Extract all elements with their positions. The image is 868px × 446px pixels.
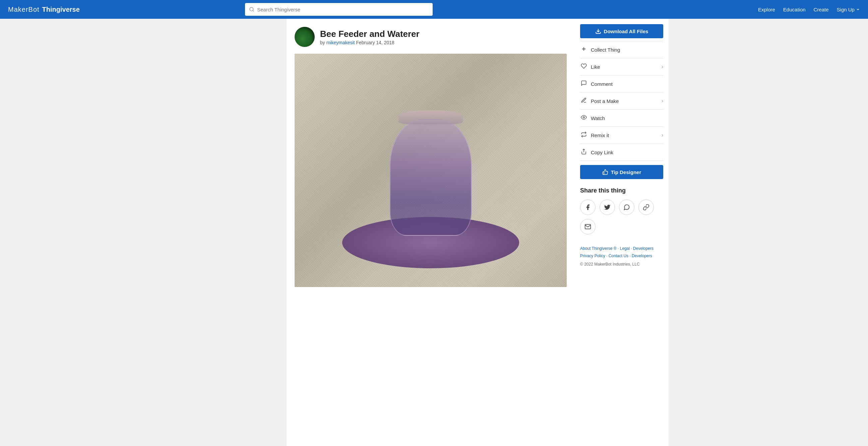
- watch-action[interactable]: Watch: [580, 110, 663, 127]
- remix-icon: [580, 131, 588, 139]
- copy-link-icon: [580, 149, 588, 156]
- header-nav: Explore Education Create Sign Up: [758, 7, 860, 12]
- jar-top: [399, 110, 463, 124]
- footer-about-link[interactable]: About Thingiverse ®: [580, 246, 617, 251]
- logo-thingiverse: Thingiverse: [42, 6, 80, 13]
- nav-create[interactable]: Create: [814, 7, 829, 12]
- like-label: Like: [591, 64, 658, 70]
- download-icon: [595, 28, 601, 34]
- post-make-icon: [580, 97, 588, 105]
- share-email-button[interactable]: [580, 219, 595, 234]
- facebook-icon: [585, 204, 591, 211]
- share-link-button[interactable]: [639, 200, 654, 215]
- svg-line-1: [253, 10, 254, 11]
- share-section: Share this thing: [580, 187, 663, 234]
- svg-point-5: [583, 117, 585, 118]
- logo-makerbot: MakerBot: [8, 6, 39, 13]
- nav-signup[interactable]: Sign Up: [837, 7, 860, 12]
- remix-label: Remix it: [591, 132, 658, 138]
- whatsapp-icon: [623, 204, 630, 211]
- watch-label: Watch: [591, 115, 663, 121]
- like-arrow: ›: [661, 64, 663, 70]
- search-icon: [249, 7, 254, 12]
- right-sidebar: Download All Files Collect Thing Like: [575, 19, 669, 446]
- footer-copyright: © 2022 MakerBot Industries, LLC: [580, 261, 663, 268]
- header: MakerBot Thingiverse Explore Education C…: [0, 0, 868, 19]
- footer-privacy-link[interactable]: Privacy Policy: [580, 254, 605, 258]
- footer-contact-link[interactable]: Contact Us: [609, 254, 628, 258]
- thing-header: Bee Feeder and Waterer by mikeymakesit F…: [294, 27, 567, 47]
- tip-designer-button[interactable]: Tip Designer: [580, 165, 663, 179]
- share-title: Share this thing: [580, 187, 663, 194]
- copy-link-action[interactable]: Copy Link: [580, 144, 663, 161]
- avatar: [294, 27, 315, 47]
- comment-action[interactable]: Comment: [580, 76, 663, 93]
- logo[interactable]: MakerBot Thingiverse: [8, 6, 80, 13]
- copy-link-label: Copy Link: [591, 150, 663, 155]
- eye-icon: [580, 114, 588, 122]
- thing-image: [294, 54, 567, 287]
- share-whatsapp-button[interactable]: [619, 200, 634, 215]
- like-action[interactable]: Like ›: [580, 58, 663, 76]
- collect-thing-action[interactable]: Collect Thing: [580, 41, 663, 58]
- jar: [390, 119, 471, 236]
- post-make-action[interactable]: Post a Make ›: [580, 93, 663, 110]
- chevron-down-icon: [856, 7, 860, 11]
- footer-links: About Thingiverse ® · Legal · Developers…: [580, 245, 663, 268]
- thing-photo: [294, 54, 567, 287]
- tip-icon: [602, 169, 608, 175]
- collect-thing-label: Collect Thing: [591, 47, 663, 53]
- comment-icon: [580, 80, 588, 88]
- action-list: Collect Thing Like › Comment: [580, 41, 663, 161]
- svg-point-0: [250, 7, 253, 11]
- thing-title-block: Bee Feeder and Waterer by mikeymakesit F…: [320, 29, 420, 45]
- plus-icon: [580, 46, 588, 53]
- share-icons: [580, 200, 663, 234]
- link-icon: [643, 204, 650, 211]
- post-make-label: Post a Make: [591, 98, 658, 104]
- left-spacer: [199, 19, 286, 446]
- remix-arrow: ›: [661, 132, 663, 138]
- main-content: Bee Feeder and Waterer by mikeymakesit F…: [286, 19, 575, 446]
- footer-developers-link[interactable]: Developers: [633, 246, 653, 251]
- share-facebook-button[interactable]: [580, 200, 595, 215]
- search-bar: [245, 3, 433, 16]
- search-input[interactable]: [257, 7, 429, 12]
- twitter-icon: [604, 204, 611, 211]
- heart-icon: [580, 63, 588, 70]
- thing-title: Bee Feeder and Waterer: [320, 29, 420, 39]
- nav-education[interactable]: Education: [783, 7, 806, 12]
- author-link[interactable]: mikeymakesit: [327, 40, 355, 45]
- comment-label: Comment: [591, 81, 663, 87]
- download-all-files-button[interactable]: Download All Files: [580, 24, 663, 38]
- footer-developers-link2[interactable]: Developers: [632, 254, 652, 258]
- nav-explore[interactable]: Explore: [758, 7, 775, 12]
- share-twitter-button[interactable]: [599, 200, 615, 215]
- post-make-arrow: ›: [661, 98, 663, 104]
- remix-action[interactable]: Remix it ›: [580, 127, 663, 144]
- avatar-image: [294, 27, 315, 47]
- thing-byline: by mikeymakesit February 14, 2018: [320, 40, 420, 45]
- footer-legal-link[interactable]: Legal: [620, 246, 630, 251]
- email-icon: [585, 223, 591, 230]
